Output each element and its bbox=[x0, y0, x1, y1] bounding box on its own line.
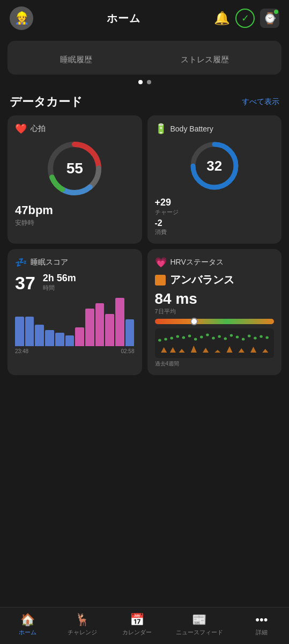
svg-marker-14 bbox=[238, 348, 244, 353]
sleep-bar bbox=[15, 317, 24, 346]
bb-circle-wrapper: 32 bbox=[155, 139, 275, 193]
nav-news-label: ニュースフィード bbox=[176, 628, 223, 636]
svg-point-27 bbox=[218, 335, 221, 338]
svg-point-30 bbox=[235, 336, 239, 339]
hrv-card[interactable]: 💗 HRVステータス アンバランス 84 ms 7日平均 bbox=[147, 249, 282, 375]
sleep-bar bbox=[125, 319, 135, 346]
header: 👷 ホーム 🔔 ✓ ⌚ bbox=[0, 0, 289, 36]
data-cards-title: データカード bbox=[10, 94, 83, 110]
hrv-chart-area bbox=[155, 328, 275, 358]
svg-marker-8 bbox=[169, 347, 175, 353]
nav-news[interactable]: 📰 ニュースフィード bbox=[176, 613, 223, 636]
heart-icon: ❤️ bbox=[15, 123, 27, 135]
header-right: 🔔 ✓ ⌚ bbox=[214, 9, 279, 28]
svg-point-21 bbox=[182, 336, 185, 339]
hr-value: 55 bbox=[66, 160, 83, 177]
hrv-status-text: アンバランス bbox=[170, 273, 234, 287]
sleep-top: 37 2h 56m 時間 bbox=[15, 273, 135, 294]
hrv-weeks-label: 過去4週間 bbox=[155, 360, 275, 368]
bb-charge-value: +29 bbox=[155, 197, 275, 208]
home-icon: 🏠 bbox=[20, 613, 35, 627]
sleep-duration: 2h 56m bbox=[43, 273, 76, 284]
nav-challenge[interactable]: 🦌 チャレンジ bbox=[66, 613, 98, 636]
svg-marker-9 bbox=[179, 349, 184, 353]
sleep-chart bbox=[15, 298, 135, 346]
nav-calendar[interactable]: 📅 カレンダー bbox=[121, 613, 153, 636]
bb-circle: 32 bbox=[188, 139, 241, 193]
bb-charge-label: チャージ bbox=[155, 208, 275, 216]
bell-icon[interactable]: 🔔 bbox=[214, 11, 230, 26]
hrv-avg-label: 7日平均 bbox=[155, 308, 275, 316]
svg-point-18 bbox=[164, 338, 167, 341]
stress-history-label[interactable]: ストレス履歴 bbox=[181, 55, 229, 65]
avatar[interactable]: 👷 bbox=[10, 6, 33, 30]
header-title: ホーム bbox=[107, 11, 140, 26]
bb-consume-label: 消費 bbox=[155, 228, 275, 236]
bb-consume-value: -2 bbox=[155, 218, 275, 228]
hrv-bar-indicator bbox=[190, 318, 198, 325]
hrv-ms: 84 ms bbox=[155, 290, 275, 308]
more-icon: ••• bbox=[255, 613, 268, 627]
body-battery-card[interactable]: 🔋 Body Battery 32 +29 チャージ -2 消費 bbox=[147, 115, 282, 244]
svg-point-17 bbox=[158, 339, 161, 342]
svg-marker-12 bbox=[214, 350, 220, 353]
nav-more[interactable]: ••• 詳細 bbox=[246, 613, 278, 636]
hr-circle-wrapper: 55 bbox=[15, 139, 135, 198]
show-all-button[interactable]: すべて表示 bbox=[242, 97, 279, 107]
calendar-icon: 📅 bbox=[130, 613, 144, 627]
svg-marker-11 bbox=[203, 348, 209, 353]
svg-point-20 bbox=[176, 335, 179, 338]
avatar-emoji: 👷 bbox=[14, 11, 29, 25]
svg-point-32 bbox=[247, 335, 250, 338]
heart-rate-card[interactable]: ❤️ 心拍 55 47bpm 安静時 bbox=[8, 115, 142, 244]
nav-home[interactable]: 🏠 ホーム bbox=[11, 613, 43, 636]
sleep-score-header: 💤 睡眠スコア bbox=[15, 257, 135, 268]
dot-2[interactable] bbox=[147, 80, 151, 84]
nav-more-label: 詳細 bbox=[256, 628, 268, 636]
nav-challenge-label: チャレンジ bbox=[68, 628, 97, 636]
sleep-bar bbox=[75, 327, 84, 346]
watch-icon[interactable]: ⌚ bbox=[260, 9, 279, 28]
svg-point-28 bbox=[224, 338, 227, 340]
page-dots bbox=[0, 80, 289, 84]
svg-point-34 bbox=[260, 335, 263, 338]
dot-1[interactable] bbox=[138, 80, 143, 84]
heart-rate-header: ❤️ 心拍 bbox=[15, 123, 135, 135]
data-cards-header: データカード すべて表示 bbox=[0, 90, 289, 115]
svg-point-35 bbox=[265, 336, 269, 339]
bb-info: +29 チャージ -2 消費 bbox=[155, 197, 275, 236]
cards-grid: ❤️ 心拍 55 47bpm 安静時 bbox=[0, 115, 289, 375]
svg-point-26 bbox=[212, 337, 215, 340]
svg-point-19 bbox=[170, 337, 173, 340]
sleep-bar bbox=[35, 325, 44, 346]
body-battery-title: Body Battery bbox=[171, 125, 213, 133]
sleep-icon: 💤 bbox=[15, 257, 27, 268]
body-battery-header: 🔋 Body Battery bbox=[155, 123, 275, 135]
sleep-history-label[interactable]: 睡眠履歴 bbox=[60, 55, 92, 65]
news-icon: 📰 bbox=[192, 613, 206, 627]
sleep-score-number: 37 bbox=[15, 273, 35, 294]
sleep-bar bbox=[105, 314, 114, 346]
sleep-bar bbox=[95, 303, 105, 346]
sleep-start-time: 23:48 bbox=[15, 348, 28, 354]
sleep-bar bbox=[25, 317, 34, 346]
sleep-stress-card[interactable]: 睡眠履歴 ストレス履歴 bbox=[8, 41, 281, 75]
nav-calendar-label: カレンダー bbox=[122, 628, 152, 636]
battery-icon: 🔋 bbox=[155, 123, 167, 135]
svg-point-33 bbox=[254, 337, 257, 340]
svg-marker-15 bbox=[250, 347, 256, 353]
hr-sub: 安静時 bbox=[15, 218, 135, 228]
sleep-score-card[interactable]: 💤 睡眠スコア 37 2h 56m 時間 23:48 02:58 bbox=[8, 249, 142, 375]
hrv-chart-svg bbox=[155, 328, 275, 358]
sleep-end-time: 02:58 bbox=[121, 348, 134, 354]
sleep-score-title: 睡眠スコア bbox=[31, 258, 68, 267]
svg-point-31 bbox=[241, 338, 244, 341]
sleep-bar bbox=[65, 335, 75, 346]
hrv-icon: 💗 bbox=[155, 257, 167, 268]
check-icon[interactable]: ✓ bbox=[235, 9, 255, 28]
svg-point-29 bbox=[229, 334, 233, 337]
sleep-duration-label: 時間 bbox=[43, 284, 76, 292]
svg-point-24 bbox=[199, 336, 203, 339]
sleep-bar bbox=[45, 330, 54, 346]
hrv-bar bbox=[155, 319, 275, 324]
